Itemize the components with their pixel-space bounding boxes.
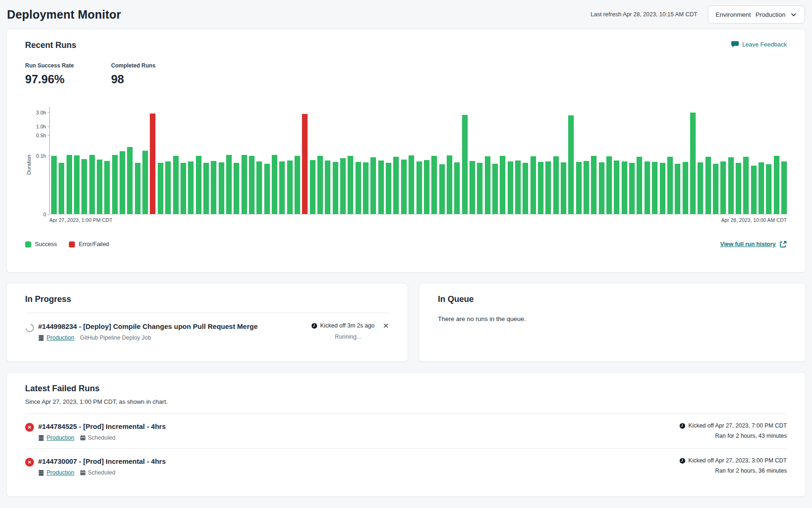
chart-bar-success[interactable] — [652, 162, 658, 214]
chart-bar-success[interactable] — [135, 163, 141, 214]
chart-bar-success[interactable] — [561, 162, 566, 214]
chart-bar-success[interactable] — [492, 164, 498, 214]
close-icon[interactable]: ✕ — [383, 322, 389, 330]
chart-bar-success[interactable] — [758, 162, 764, 214]
chart-bar-success[interactable] — [393, 157, 399, 214]
chart-bar-success[interactable] — [500, 156, 505, 214]
chart-bar-success[interactable] — [736, 163, 741, 214]
chart-bar-success[interactable] — [181, 163, 186, 214]
chart-bar-success[interactable] — [705, 157, 711, 214]
chart-bar-success[interactable] — [272, 155, 277, 214]
chart-bar-success[interactable] — [530, 156, 536, 214]
chart-bar-success[interactable] — [242, 155, 247, 214]
chart-bar-success[interactable] — [606, 156, 612, 214]
chart-bar-success[interactable] — [226, 155, 232, 214]
chart-bar-success[interactable] — [439, 164, 445, 214]
chart-bar-success[interactable] — [447, 155, 452, 214]
chart-bar-success[interactable] — [515, 160, 521, 214]
chart-bar-success[interactable] — [683, 162, 688, 214]
chart-bar-success[interactable] — [363, 162, 369, 214]
chart-bar-success[interactable] — [386, 163, 391, 214]
chart-bar-success[interactable] — [462, 115, 468, 214]
chart-bar-success[interactable] — [477, 163, 483, 214]
chart-bar-success[interactable] — [523, 163, 528, 214]
chart-bar-success[interactable] — [120, 151, 125, 214]
chart-bar-success[interactable] — [211, 161, 216, 214]
chart-bar-success[interactable] — [196, 156, 201, 214]
chart-bar-success[interactable] — [203, 163, 209, 214]
chart-bar-success[interactable] — [637, 157, 642, 214]
chart-bar-success[interactable] — [295, 156, 300, 214]
chart-bar-success[interactable] — [51, 156, 57, 214]
leave-feedback-link[interactable]: Leave Feedback — [731, 40, 787, 48]
chart-bar-success[interactable] — [644, 161, 650, 214]
chart-bar-success[interactable] — [766, 164, 772, 214]
chart-bar-success[interactable] — [74, 155, 80, 214]
chart-bar-success[interactable] — [599, 162, 604, 214]
view-full-run-history-link[interactable]: View full run history — [720, 241, 787, 248]
chart-bar-success[interactable] — [774, 156, 779, 214]
chart-bar-success[interactable] — [165, 161, 171, 214]
chart-bar-success[interactable] — [781, 161, 787, 214]
chart-bar-success[interactable] — [576, 162, 582, 214]
chart-bar-success[interactable] — [112, 155, 118, 214]
chart-bar-success[interactable] — [142, 151, 148, 214]
chart-bar-success[interactable] — [743, 157, 749, 214]
chart-bar-success[interactable] — [279, 161, 285, 214]
chart-bar-success[interactable] — [340, 158, 346, 214]
chart-bar-success[interactable] — [67, 155, 72, 214]
chart-bar-success[interactable] — [264, 164, 270, 214]
chart-bar-success[interactable] — [416, 161, 422, 214]
chart-bar-success[interactable] — [249, 156, 255, 214]
chart-bar-success[interactable] — [508, 161, 513, 214]
environment-link[interactable]: Production — [38, 469, 74, 476]
chart-bar-success[interactable] — [667, 157, 673, 214]
chart-bar-failed[interactable] — [302, 114, 308, 214]
chart-bar-success[interactable] — [256, 161, 262, 214]
chart-bar-success[interactable] — [409, 155, 414, 214]
chart-bar-success[interactable] — [370, 157, 376, 214]
chart-bar-success[interactable] — [545, 161, 551, 214]
chart-bar-success[interactable] — [485, 156, 490, 214]
chart-bar-success[interactable] — [454, 162, 460, 214]
chart-bar-success[interactable] — [104, 161, 110, 214]
chart-bar-success[interactable] — [675, 164, 680, 214]
chart-bar-success[interactable] — [629, 163, 635, 214]
environment-link[interactable]: Production — [38, 334, 74, 341]
chart-bar-success[interactable] — [690, 113, 696, 214]
chart-bar-success[interactable] — [591, 156, 597, 214]
environment-dropdown[interactable]: Environment Production — [708, 6, 805, 24]
chart-bar-success[interactable] — [158, 163, 163, 214]
chart-bar-success[interactable] — [470, 161, 475, 214]
chart-bar-success[interactable] — [59, 163, 64, 214]
chart-bar-success[interactable] — [751, 166, 757, 214]
chart-bar-success[interactable] — [538, 162, 544, 214]
chart-bar-success[interactable] — [622, 161, 627, 214]
chart-bar-success[interactable] — [568, 115, 574, 214]
chart-bar-success[interactable] — [97, 160, 102, 214]
chart-bar-success[interactable] — [89, 155, 95, 214]
environment-link[interactable]: Production — [38, 434, 74, 441]
chart-bar-success[interactable] — [424, 160, 429, 214]
chart-bar-success[interactable] — [356, 162, 361, 214]
chart-bar-success[interactable] — [234, 163, 239, 214]
chart-bar-success[interactable] — [348, 156, 353, 214]
chart-bar-success[interactable] — [333, 162, 338, 214]
chart-bar-success[interactable] — [728, 157, 734, 214]
chart-bar-success[interactable] — [188, 161, 194, 214]
chart-bar-success[interactable] — [401, 160, 407, 214]
chart-bar-success[interactable] — [317, 156, 323, 214]
chart-bar-success[interactable] — [127, 147, 133, 214]
chart-bar-success[interactable] — [698, 162, 703, 214]
chart-bar-success[interactable] — [584, 161, 589, 214]
chart-bar-failed[interactable] — [150, 114, 155, 214]
chart-bar-success[interactable] — [173, 156, 179, 214]
chart-bar-success[interactable] — [219, 162, 224, 214]
chart-bar-success[interactable] — [553, 156, 559, 214]
chart-bar-success[interactable] — [81, 159, 87, 214]
chart-bar-success[interactable] — [660, 163, 665, 214]
chart-bar-success[interactable] — [310, 160, 315, 214]
chart-bar-success[interactable] — [720, 161, 726, 214]
chart-bar-success[interactable] — [325, 160, 330, 214]
chart-bar-success[interactable] — [287, 160, 293, 214]
